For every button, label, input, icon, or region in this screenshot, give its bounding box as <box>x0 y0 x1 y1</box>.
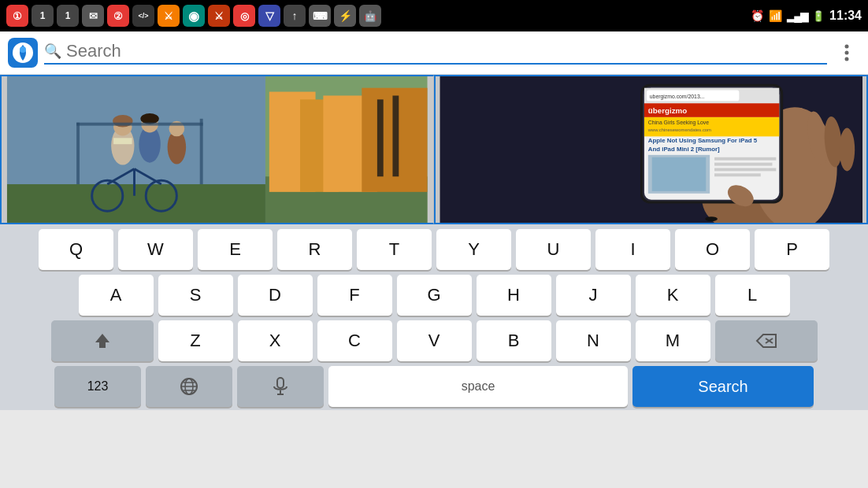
svg-rect-14 <box>7 184 265 223</box>
svg-marker-59 <box>95 334 109 348</box>
svg-point-1 <box>20 46 26 53</box>
app-icon-1[interactable]: ① <box>6 5 28 27</box>
key-w[interactable]: W <box>118 229 193 270</box>
svg-text:www.chinesewomendates.com: www.chinesewomendates.com <box>647 128 710 132</box>
tab-1[interactable] <box>0 75 434 224</box>
key-g[interactable]: G <box>397 275 472 316</box>
backspace-key[interactable] <box>715 320 818 361</box>
app-icon-code[interactable]: </> <box>132 5 154 27</box>
key-m[interactable]: M <box>636 320 710 361</box>
keyboard-row-2: A S D F G H J K L <box>3 275 865 316</box>
app-icon-mail[interactable]: ✉ <box>82 5 104 27</box>
app-icon-keyboard[interactable]: ⌨ <box>309 5 331 27</box>
svg-rect-12 <box>392 95 399 176</box>
svg-rect-67 <box>277 378 284 388</box>
key-l[interactable]: L <box>715 275 790 316</box>
tab-2[interactable]: ubergizmo.com/2013... übergizmo China Gi… <box>434 75 869 224</box>
svg-rect-52 <box>651 157 706 191</box>
key-x[interactable]: X <box>238 320 313 361</box>
numbers-key[interactable]: 123 <box>54 366 141 407</box>
search-bar: 🔍 <box>0 31 868 75</box>
key-o[interactable]: O <box>675 229 750 270</box>
search-input[interactable] <box>66 41 827 61</box>
svg-text:übergizmo: übergizmo <box>647 106 686 115</box>
search-key[interactable]: Search <box>632 366 814 407</box>
app-icon-usb[interactable]: ⚡ <box>334 5 356 27</box>
app-icon-clash[interactable]: ⚔ <box>158 5 180 27</box>
app-tray: ① 1 1 ✉ ② </> ⚔ ◉ ⚔ ◎ ▽ ↑ ⌨ ⚡ 🤖 <box>6 5 381 27</box>
battery-icon: 🔋 <box>812 10 825 22</box>
key-d[interactable]: D <box>238 275 313 316</box>
status-bar: ① 1 1 ✉ ② </> ⚔ ◉ ⚔ ◎ ▽ ↑ ⌨ ⚡ 🤖 ⏰ 📶 ▂▄▆ … <box>0 0 868 31</box>
key-y[interactable]: Y <box>436 229 511 270</box>
keyboard-row-3: Z X C V B N M <box>3 320 865 361</box>
time-display: 11:34 <box>829 9 862 23</box>
key-c[interactable]: C <box>317 320 392 361</box>
key-k[interactable]: K <box>636 275 710 316</box>
search-magnifier-icon: 🔍 <box>44 43 61 60</box>
key-e[interactable]: E <box>198 229 273 270</box>
svg-point-26 <box>140 113 158 124</box>
svg-rect-56 <box>714 173 761 176</box>
app-icon-3[interactable]: 1 <box>57 5 79 27</box>
svg-point-57 <box>705 216 718 221</box>
app-icon-map[interactable]: ◎ <box>233 5 255 27</box>
tabs-area: ubergizmo.com/2013... übergizmo China Gi… <box>0 75 868 224</box>
key-i[interactable]: I <box>595 229 670 270</box>
key-a[interactable]: A <box>79 275 154 316</box>
browser-logo[interactable] <box>8 38 38 68</box>
key-n[interactable]: N <box>556 320 631 361</box>
svg-text:Apple Not Using Samsung For iP: Apple Not Using Samsung For iPad 5 <box>647 137 757 144</box>
svg-rect-55 <box>714 168 776 171</box>
alarm-icon: ⏰ <box>751 9 764 22</box>
microphone-key[interactable] <box>237 366 324 407</box>
svg-rect-11 <box>377 99 384 176</box>
app-icon-5[interactable]: ② <box>107 5 129 27</box>
svg-text:ubergizmo.com/2013...: ubergizmo.com/2013... <box>649 94 704 100</box>
key-u[interactable]: U <box>516 229 591 270</box>
svg-point-37 <box>839 128 855 172</box>
app-icon-shield[interactable]: ▽ <box>258 5 280 27</box>
keyboard: Q W E R T Y U I O P A S D F G H J K L Z … <box>0 224 868 410</box>
key-q[interactable]: Q <box>39 229 113 270</box>
app-icon-clash2[interactable]: ⚔ <box>208 5 230 27</box>
key-f[interactable]: F <box>317 275 392 316</box>
key-s[interactable]: S <box>158 275 233 316</box>
key-h[interactable]: H <box>477 275 551 316</box>
app-icon-circle[interactable]: ◉ <box>183 5 205 27</box>
svg-text:And iPad Mini 2 [Rumor]: And iPad Mini 2 [Rumor] <box>647 146 719 153</box>
svg-rect-30 <box>200 119 203 184</box>
status-indicators: ⏰ 📶 ▂▄▆ 🔋 11:34 <box>751 9 862 23</box>
shift-key[interactable] <box>51 320 154 361</box>
svg-rect-23 <box>113 138 132 144</box>
space-key[interactable]: space <box>328 366 628 407</box>
key-r[interactable]: R <box>277 229 352 270</box>
svg-text:China Girls Seeking Love: China Girls Seeking Love <box>647 120 708 126</box>
signal-icon: ▂▄▆ <box>787 9 807 22</box>
key-v[interactable]: V <box>397 320 472 361</box>
app-icon-android[interactable]: 🤖 <box>359 5 381 27</box>
keyboard-row-1: Q W E R T Y U I O P <box>3 229 865 270</box>
globe-key[interactable] <box>146 366 232 407</box>
svg-point-4 <box>845 57 849 61</box>
key-t[interactable]: T <box>357 229 432 270</box>
key-p[interactable]: P <box>755 229 829 270</box>
keyboard-row-4: 123 space Search <box>3 366 865 407</box>
key-b[interactable]: B <box>477 320 551 361</box>
svg-point-2 <box>845 45 849 49</box>
overflow-menu-button[interactable] <box>833 44 860 61</box>
svg-rect-29 <box>76 123 80 184</box>
app-icon-upload[interactable]: ↑ <box>284 5 306 27</box>
svg-rect-31 <box>76 123 203 126</box>
svg-rect-53 <box>714 157 776 161</box>
svg-point-3 <box>845 51 849 55</box>
key-z[interactable]: Z <box>158 320 233 361</box>
app-icon-2[interactable]: 1 <box>32 5 54 27</box>
key-j[interactable]: J <box>556 275 631 316</box>
svg-rect-54 <box>714 163 772 166</box>
search-input-wrapper[interactable]: 🔍 <box>44 41 827 65</box>
wifi-icon: 📶 <box>769 9 782 22</box>
